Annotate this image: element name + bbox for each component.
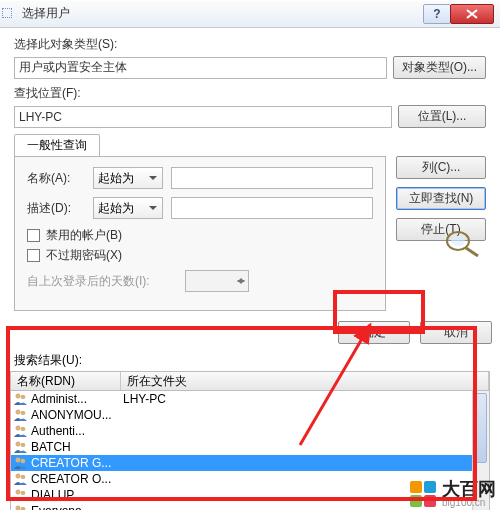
brand-sub: big100.cn	[442, 498, 496, 508]
help-button[interactable]: ?	[423, 4, 451, 24]
list-item[interactable]: Authenti...	[11, 423, 489, 439]
sys-menu-icon	[2, 8, 12, 18]
svg-point-12	[16, 474, 21, 479]
tab-general-query[interactable]: 一般性查询	[14, 134, 100, 156]
locations-button[interactable]: 位置(L)...	[398, 105, 486, 128]
list-item[interactable]: BATCH	[11, 439, 489, 455]
logo-icon	[410, 481, 436, 507]
object-type-label: 选择此对象类型(S):	[14, 36, 486, 53]
brand-name: 大百网	[442, 480, 496, 498]
svg-point-2	[16, 394, 21, 399]
svg-point-8	[16, 442, 21, 447]
svg-point-11	[21, 459, 26, 464]
object-type-field: 用户或内置安全主体	[14, 57, 387, 79]
svg-point-7	[21, 427, 26, 432]
columns-button[interactable]: 列(C)...	[396, 156, 486, 179]
svg-point-13	[21, 475, 26, 480]
disabled-accounts-checkbox[interactable]	[27, 229, 40, 242]
ok-button[interactable]: 确定	[338, 321, 410, 344]
name-match-select[interactable]: 起始为	[93, 167, 163, 189]
location-field: LHY-PC	[14, 106, 392, 128]
nonexpiring-checkbox[interactable]	[27, 249, 40, 262]
svg-point-9	[21, 443, 26, 448]
svg-point-1	[451, 236, 465, 246]
days-caption: 自上次登录后的天数(I):	[27, 273, 177, 290]
name-input[interactable]	[171, 167, 373, 189]
window-title: 选择用户	[22, 5, 70, 22]
svg-point-14	[16, 490, 21, 495]
user-group-icon	[13, 408, 29, 422]
desc-match-select[interactable]: 起始为	[93, 197, 163, 219]
svg-point-16	[16, 506, 21, 511]
brand-logo: 大百网 big100.cn	[410, 480, 496, 508]
user-group-icon	[13, 424, 29, 438]
titlebar: 选择用户 ?	[0, 0, 500, 28]
search-icon	[440, 228, 482, 258]
scroll-thumb[interactable]	[475, 393, 487, 463]
tabpanel-general: 名称(A): 起始为 描述(D): 起始为 禁用的帐户(B) 不过期密码(X)	[14, 156, 386, 311]
tabstrip: 一般性查询	[14, 134, 386, 156]
name-caption: 名称(A):	[27, 170, 85, 187]
close-button[interactable]	[450, 4, 494, 24]
desc-input[interactable]	[171, 197, 373, 219]
col-name[interactable]: 名称(RDN)	[11, 372, 121, 390]
object-types-button[interactable]: 对象类型(O)...	[393, 56, 486, 79]
cancel-button[interactable]: 取消	[420, 321, 492, 344]
user-group-icon	[13, 392, 29, 406]
svg-point-6	[16, 426, 21, 431]
svg-point-4	[16, 410, 21, 415]
list-item[interactable]: Administ...LHY-PC	[11, 391, 489, 407]
results-header: 名称(RDN) 所在文件夹	[10, 371, 490, 391]
location-label: 查找位置(F):	[14, 85, 486, 102]
list-item[interactable]: CREATOR G...	[11, 455, 489, 471]
svg-point-3	[21, 395, 26, 400]
desc-caption: 描述(D):	[27, 200, 85, 217]
days-spinner[interactable]	[185, 270, 249, 292]
results-label: 搜索结果(U):	[14, 352, 500, 369]
svg-point-15	[21, 491, 26, 496]
user-group-icon	[13, 440, 29, 454]
user-group-icon	[13, 456, 29, 470]
nonexpiring-label: 不过期密码(X)	[46, 247, 122, 264]
user-group-icon	[13, 488, 29, 502]
find-now-button[interactable]: 立即查找(N)	[396, 187, 486, 210]
list-item[interactable]: ANONYMOU...	[11, 407, 489, 423]
svg-point-5	[21, 411, 26, 416]
col-folder[interactable]: 所在文件夹	[121, 372, 489, 390]
user-group-icon	[13, 472, 29, 486]
user-group-icon	[13, 504, 29, 510]
svg-point-10	[16, 458, 21, 463]
close-icon	[466, 9, 478, 19]
disabled-accounts-label: 禁用的帐户(B)	[46, 227, 122, 244]
